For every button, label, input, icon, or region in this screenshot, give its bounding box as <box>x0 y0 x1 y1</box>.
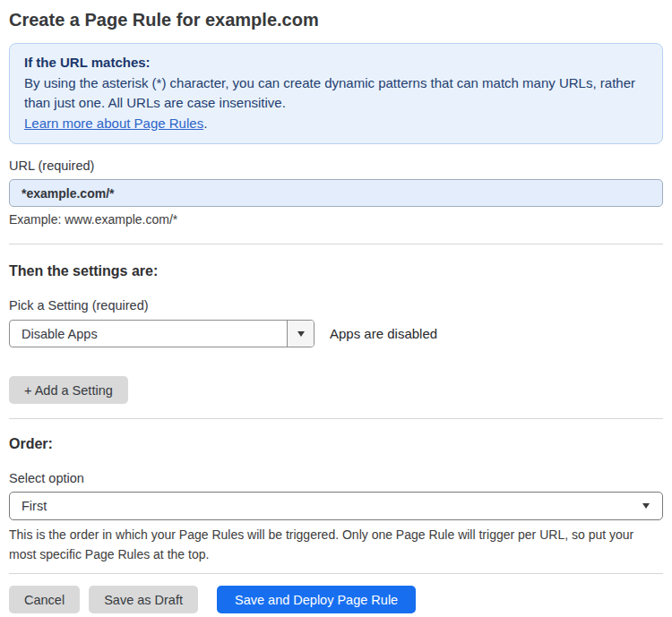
info-box-body: By using the asterisk (*) character, you… <box>24 73 648 114</box>
setting-row: Disable Apps Apps are disabled <box>9 320 663 347</box>
page-title: Create a Page Rule for example.com <box>9 8 663 31</box>
settings-section-heading: Then the settings are: <box>9 262 663 280</box>
order-select-value: First <box>10 499 47 513</box>
url-input[interactable] <box>9 179 663 207</box>
order-section-heading: Order: <box>9 435 663 453</box>
setting-status-text: Apps are disabled <box>330 326 437 341</box>
order-select-label: Select option <box>9 471 663 485</box>
divider <box>9 418 663 419</box>
divider <box>9 573 663 574</box>
url-label: URL (required) <box>9 159 663 173</box>
order-helper-text: This is the order in which your Page Rul… <box>9 525 654 564</box>
learn-more-link[interactable]: Learn more about Page Rules <box>24 116 203 131</box>
page-rule-form: Create a Page Rule for example.com If th… <box>0 8 672 613</box>
url-example-helper: Example: www.example.com/* <box>9 212 663 227</box>
order-select[interactable]: First <box>9 492 663 520</box>
add-setting-button[interactable]: + Add a Setting <box>9 376 128 404</box>
chevron-down-icon <box>297 331 305 337</box>
save-draft-button[interactable]: Save as Draft <box>89 586 198 613</box>
divider <box>9 244 663 244</box>
url-match-info-box: If the URL matches: By using the asteris… <box>9 43 663 144</box>
setting-picker-label: Pick a Setting (required) <box>9 298 663 313</box>
setting-select-value: Disable Apps <box>10 327 98 341</box>
info-box-heading: If the URL matches: <box>24 53 648 73</box>
chevron-down-icon <box>642 503 650 509</box>
link-period: . <box>203 116 207 131</box>
save-deploy-button[interactable]: Save and Deploy Page Rule <box>217 586 416 613</box>
info-link-row: Learn more about Page Rules. <box>24 114 648 134</box>
setting-select[interactable]: Disable Apps <box>9 320 314 347</box>
cancel-button[interactable]: Cancel <box>9 586 80 613</box>
footer-actions: Cancel Save as Draft Save and Deploy Pag… <box>9 586 663 613</box>
setting-select-arrow-button[interactable] <box>287 321 314 347</box>
